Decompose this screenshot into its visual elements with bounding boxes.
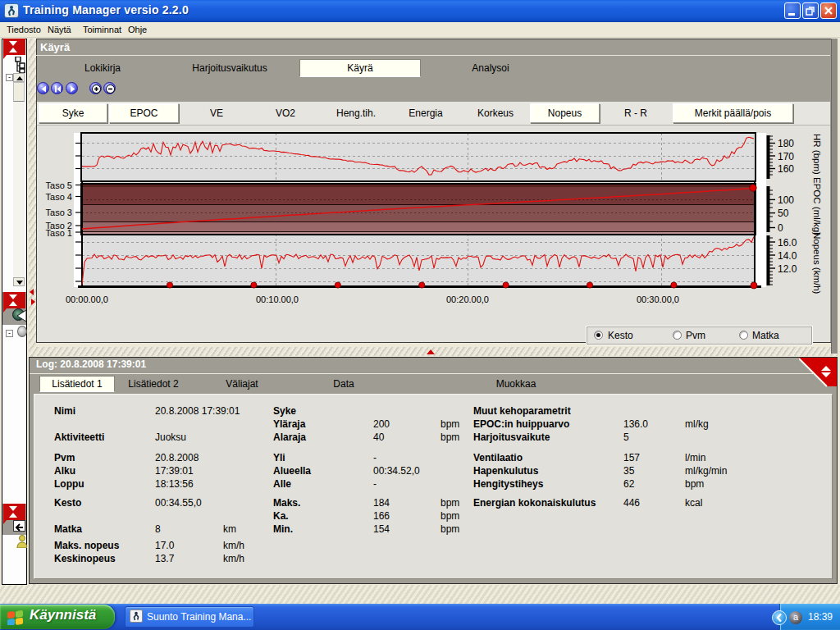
svg-text:00:20.00,0: 00:20.00,0 bbox=[446, 294, 489, 304]
svg-text:16.0: 16.0 bbox=[778, 237, 797, 249]
svg-text:Taso 3: Taso 3 bbox=[46, 208, 72, 217]
svg-text:180: 180 bbox=[778, 138, 794, 149]
svg-text:0: 0 bbox=[778, 222, 783, 234]
svg-text:Nopeus (km/h): Nopeus (km/h) bbox=[812, 232, 822, 294]
svg-text:Taso 1: Taso 1 bbox=[46, 228, 72, 238]
svg-text:12.0: 12.0 bbox=[778, 263, 797, 275]
svg-text:00:10.00,0: 00:10.00,0 bbox=[256, 294, 299, 304]
svg-text:160: 160 bbox=[778, 163, 794, 175]
svg-text:14.0: 14.0 bbox=[778, 250, 797, 262]
svg-text:Taso 5: Taso 5 bbox=[46, 180, 72, 190]
svg-text:Taso 4: Taso 4 bbox=[46, 192, 72, 202]
svg-text:50: 50 bbox=[778, 208, 789, 219]
svg-text:100: 100 bbox=[778, 194, 794, 206]
svg-text:HR (bpm) EPOC (ml/kg): HR (bpm) EPOC (ml/kg) bbox=[812, 134, 822, 235]
svg-text:00:00.00,0: 00:00.00,0 bbox=[66, 294, 108, 304]
svg-text:00:30.00,0: 00:30.00,0 bbox=[637, 294, 679, 304]
svg-text:170: 170 bbox=[778, 151, 794, 162]
